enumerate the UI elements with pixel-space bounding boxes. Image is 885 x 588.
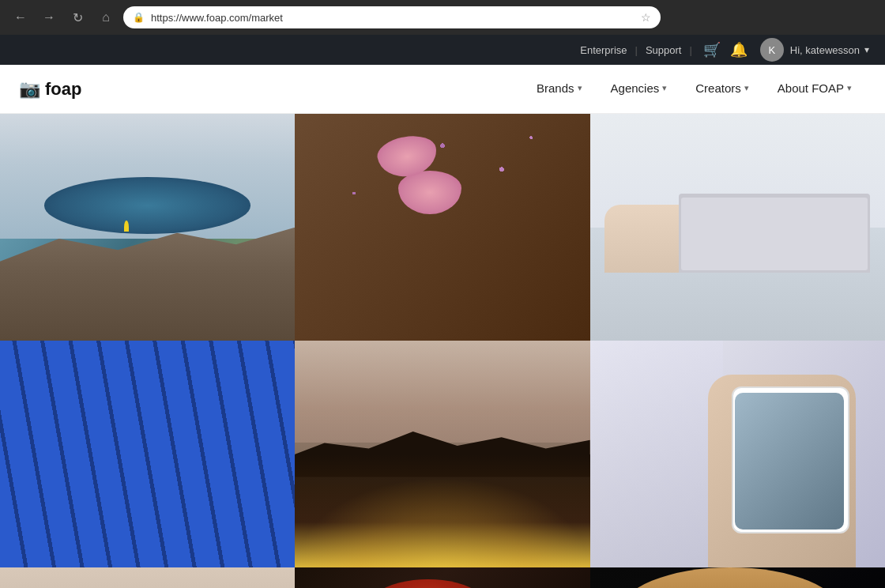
url-text: https://www.foap.com/market [151, 12, 635, 24]
about-chevron: ▾ [847, 83, 852, 93]
nav-item-creators[interactable]: Creators ▾ [681, 65, 763, 114]
divider-2: | [689, 44, 691, 56]
refresh-button[interactable]: ↻ [66, 6, 88, 28]
photo-cell-1[interactable] [0, 114, 295, 341]
address-bar[interactable]: 🔒 https://www.foap.com/market ☆ [123, 6, 661, 28]
screen [735, 393, 844, 529]
logo[interactable]: 📷 foap [19, 79, 81, 100]
photo-cell-5[interactable] [295, 341, 589, 567]
agencies-chevron: ▾ [662, 83, 667, 93]
lock-icon: 🔒 [133, 12, 145, 23]
hands [0, 567, 295, 588]
back-button[interactable]: ← [9, 6, 32, 28]
photo-cell-6[interactable] [590, 341, 885, 567]
photo-cell-7[interactable] [0, 567, 295, 588]
photo-cell-3[interactable] [590, 114, 885, 341]
photo-grid [0, 114, 885, 588]
utility-bar: Enterprise | Support | 🛒 🔔 K Hi, katewes… [0, 35, 885, 65]
about-label: About FOAP [778, 81, 844, 95]
cart-icon[interactable]: 🛒 [703, 41, 721, 58]
notification-icon[interactable]: 🔔 [730, 41, 748, 58]
brands-label: Brands [537, 81, 574, 95]
nav-item-brands[interactable]: Brands ▾ [522, 65, 597, 114]
crowd [590, 341, 723, 567]
logo-text: foap [45, 79, 81, 100]
enterprise-link[interactable]: Enterprise [580, 44, 627, 56]
user-dropdown-arrow[interactable]: ▾ [864, 44, 869, 55]
photo-cell-8[interactable] [295, 567, 589, 588]
user-greeting: Hi, katewesson [790, 44, 860, 56]
main-nav: 📷 foap Brands ▾ Agencies ▾ Creators ▾ Ab… [0, 65, 885, 114]
support-link[interactable]: Support [646, 44, 682, 56]
figure [124, 220, 129, 232]
water [44, 177, 250, 234]
photo-cell-4[interactable] [0, 341, 295, 567]
nav-item-about[interactable]: About FOAP ▾ [763, 65, 866, 114]
photo-cell-2[interactable] [295, 114, 589, 341]
brands-chevron: ▾ [578, 83, 582, 93]
creators-chevron: ▾ [744, 83, 749, 93]
photo-cell-9[interactable] [590, 567, 885, 588]
avatar: K [760, 38, 784, 62]
glow [295, 477, 589, 568]
sky [295, 341, 589, 443]
browser-chrome: ← → ↻ ⌂ 🔒 https://www.foap.com/market ☆ [0, 0, 885, 35]
nav-menu: Brands ▾ Agencies ▾ Creators ▾ About FOA… [522, 65, 866, 114]
forward-button[interactable]: → [38, 6, 60, 28]
divider-1: | [635, 44, 638, 56]
bookmark-icon[interactable]: ☆ [641, 11, 651, 24]
boats [0, 341, 295, 567]
agencies-label: Agencies [611, 81, 660, 95]
nav-item-agencies[interactable]: Agencies ▾ [597, 65, 682, 114]
screen [681, 198, 867, 270]
rocks [0, 228, 295, 341]
creators-label: Creators [695, 81, 741, 95]
camera-icon: 📷 [19, 79, 40, 100]
home-button[interactable]: ⌂ [95, 6, 117, 28]
